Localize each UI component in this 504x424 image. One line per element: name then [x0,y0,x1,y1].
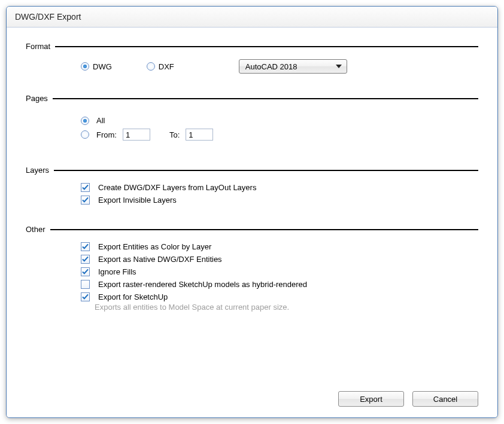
divider [53,98,478,99]
color-by-layer-checkbox[interactable] [81,242,90,251]
divider [50,229,478,230]
cancel-button-label: Cancel [433,395,457,404]
pages-from-label: From: [96,130,117,139]
other-header: Other [26,225,478,234]
pages-all-label: All [96,116,105,125]
cancel-button[interactable]: Cancel [412,391,478,407]
export-for-sketchup-note: Exports all entities to Model Space at c… [95,303,478,312]
export-for-sketchup-checkbox[interactable] [81,292,90,301]
format-dwg-radio[interactable] [81,62,89,71]
chevron-down-icon [336,65,342,68]
format-dxf-label: DXF [159,62,174,71]
export-button-label: Export [360,395,382,404]
pages-body: All From: To: [26,111,478,162]
pages-from-input[interactable] [123,129,150,141]
export-invisible-checkbox[interactable] [81,196,90,205]
layers-body: Create DWG/DXF Layers from LayOut Layers… [26,183,478,221]
native-entities-checkbox[interactable] [81,255,90,264]
pages-to-input[interactable] [186,129,213,141]
divider [55,46,478,47]
layers-title: Layers [26,166,54,175]
pages-all-radio[interactable] [81,117,89,125]
hybrid-raster-label: Export raster-rendered SketchUp models a… [98,280,307,289]
pages-title: Pages [26,94,53,103]
ignore-fills-checkbox[interactable] [81,267,90,276]
ignore-fills-label: Ignore Fills [98,267,136,276]
export-invisible-label: Export Invisible Layers [98,196,177,205]
format-body: DWG DXF AutoCAD 2018 [26,59,478,90]
autocad-version-value: AutoCAD 2018 [245,62,297,71]
format-title: Format [26,42,55,51]
divider [54,170,478,171]
pages-range-radio[interactable] [81,130,89,139]
format-dxf-radio[interactable] [147,62,155,71]
other-body: Export Entities as Color by Layer Export… [26,242,478,322]
create-layers-label: Create DWG/DXF Layers from LayOut Layers [98,183,256,192]
create-layers-checkbox[interactable] [81,183,90,192]
export-button[interactable]: Export [338,391,404,407]
dialog-content: Format DWG DXF AutoCAD 2018 Pa [7,28,497,417]
native-entities-label: Export as Native DWG/DXF Entities [98,255,222,264]
export-dialog: DWG/DXF Export Format DWG DXF AutoCAD 20… [6,6,498,418]
button-row: Export Cancel [338,391,478,407]
window-title: DWG/DXF Export [15,12,81,22]
format-dwg-label: DWG [93,62,112,71]
titlebar: DWG/DXF Export [7,7,497,28]
layers-header: Layers [26,166,478,175]
pages-to-label: To: [169,130,180,139]
format-header: Format [26,42,478,51]
other-title: Other [26,225,50,234]
autocad-version-dropdown[interactable]: AutoCAD 2018 [239,59,347,74]
export-for-sketchup-label: Export for SketchUp [98,292,168,301]
hybrid-raster-checkbox[interactable] [81,280,90,289]
pages-header: Pages [26,94,478,103]
color-by-layer-label: Export Entities as Color by Layer [98,242,211,251]
